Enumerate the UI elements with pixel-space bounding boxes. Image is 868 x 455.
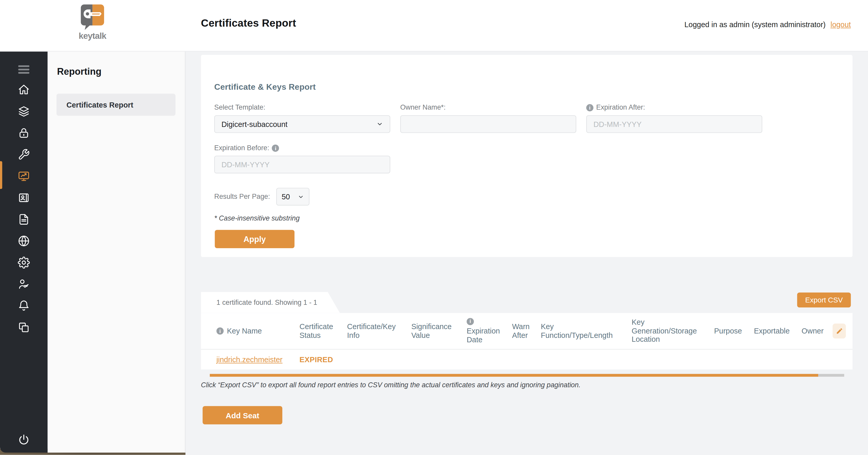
- sidebar-item-duplicate[interactable]: [18, 321, 30, 333]
- panel-item-label: Certificates Report: [66, 101, 133, 109]
- filter-form: Select Template: Digicert-subaccount Own…: [214, 104, 839, 205]
- apply-button[interactable]: Apply: [215, 230, 294, 248]
- user-key-icon: [18, 278, 30, 290]
- panel-heading: Reporting: [57, 66, 185, 78]
- chevron-down-icon: [376, 121, 383, 127]
- add-seat-button[interactable]: Add Seat: [203, 406, 282, 425]
- home-icon: [18, 84, 30, 96]
- owner-name-label: Owner Name*:: [400, 104, 576, 111]
- export-csv-footnote: Click “Export CSV” to export all found r…: [201, 381, 852, 389]
- case-insensitive-note: * Case-insensitive substring: [214, 214, 839, 222]
- sidebar-item-layers[interactable]: [18, 105, 30, 117]
- owner-name-input[interactable]: [400, 115, 576, 133]
- results-summary: 1 certificate found. Showing 1 - 1: [216, 298, 317, 306]
- sidebar-item-settings[interactable]: [18, 256, 30, 268]
- logged-in-text: Logged in as admin (system administrator…: [684, 21, 826, 29]
- account-status: Logged in as admin (system administrator…: [684, 21, 851, 29]
- top-header: keytalk Certificates Report Logged in as…: [0, 0, 868, 52]
- column-header-key-generation: Key Generation/Storage Location: [632, 318, 714, 344]
- report-filter-card: Certificate & Keys Report Select Templat…: [201, 55, 852, 257]
- reporting-panel: Reporting Certificates Report: [48, 52, 185, 452]
- active-item-indicator: [0, 161, 2, 189]
- document-icon: [18, 213, 30, 225]
- template-select[interactable]: Digicert-subaccount: [214, 115, 390, 133]
- brand-text: keytalk: [70, 31, 115, 41]
- logout-link[interactable]: logout: [831, 21, 851, 29]
- globe-icon: [18, 235, 30, 247]
- owner-name-field: Owner Name*:: [400, 104, 576, 133]
- sidebar-item-contacts[interactable]: [18, 191, 30, 203]
- reports-monitor-icon: [18, 170, 30, 182]
- expiration-before-field: Expiration Before:: [214, 144, 390, 173]
- expiration-after-input[interactable]: [586, 115, 762, 133]
- sidebar-item-network[interactable]: [18, 235, 30, 247]
- results-tabrow: 1 certificate found. Showing 1 - 1 Expor…: [201, 292, 852, 313]
- layers-icon: [18, 105, 30, 117]
- keytalk-logo-icon: [79, 4, 106, 30]
- keytalk-logo[interactable]: keytalk: [70, 4, 115, 41]
- card-heading: Certificate & Keys Report: [214, 82, 839, 91]
- results-table: Key Name Certificate Status Certificate/…: [201, 313, 852, 370]
- page-title: Certificates Report: [201, 17, 296, 29]
- wrench-icon: [18, 148, 30, 160]
- notifications-bell-icon: [18, 300, 30, 312]
- column-header-purpose: Purpose: [714, 326, 754, 335]
- sidebar-item-user-keys[interactable]: [18, 278, 30, 290]
- sidebar-item-notifications[interactable]: [18, 300, 30, 312]
- scrollbar-thumb[interactable]: [210, 374, 818, 377]
- table-row: jindrich.zechmeister EXPIRED: [201, 349, 852, 369]
- results-per-page-label: Results Per Page:: [214, 193, 270, 201]
- sidebar-item-documents[interactable]: [18, 213, 30, 225]
- export-csv-button[interactable]: Export CSV: [797, 292, 851, 307]
- sidebar-item-tools[interactable]: [18, 148, 30, 160]
- column-header-key-name: Key Name: [216, 326, 300, 335]
- results-summary-tab: 1 certificate found. Showing 1 - 1: [201, 292, 340, 313]
- column-header-exportable: Exportable: [754, 326, 802, 335]
- results-per-page-select[interactable]: 50: [276, 188, 309, 205]
- template-select-value: Digicert-subaccount: [221, 120, 287, 128]
- column-header-owner: Owner: [802, 326, 833, 335]
- column-header-certificate-status: Certificate Status: [300, 322, 347, 340]
- expiration-after-label: Expiration After:: [586, 104, 762, 111]
- main-content: Certificate & Keys Report Select Templat…: [185, 52, 868, 455]
- results-section: 1 certificate found. Showing 1 - 1 Expor…: [201, 292, 852, 424]
- expiration-after-field: Expiration After:: [586, 104, 762, 133]
- app-root: keytalk Certificates Report Logged in as…: [0, 0, 868, 455]
- expiration-before-label: Expiration Before:: [214, 144, 390, 152]
- menu-icon[interactable]: [18, 65, 29, 74]
- edit-columns-button[interactable]: [833, 323, 846, 338]
- power-icon: [18, 434, 30, 446]
- panel-item-certificates-report[interactable]: Certificates Report: [57, 93, 176, 116]
- sidebar-item-reporting[interactable]: [18, 170, 30, 182]
- info-icon[interactable]: [586, 104, 593, 111]
- sidebar-item-logout-power[interactable]: [18, 434, 30, 446]
- key-name-cell: jindrich.zechmeister: [216, 356, 300, 364]
- select-template-label: Select Template:: [214, 104, 390, 111]
- copy-icon: [18, 321, 30, 333]
- column-header-significance-value: Significance Value: [411, 322, 467, 340]
- info-icon[interactable]: [272, 144, 279, 151]
- table-header-row: Key Name Certificate Status Certificate/…: [201, 313, 852, 349]
- column-header-warn-after: Warn After: [512, 322, 541, 340]
- column-header-certificate-key-info: Certificate/Key Info: [347, 322, 411, 340]
- info-icon[interactable]: [216, 327, 224, 335]
- key-name-link[interactable]: jindrich.zechmeister: [216, 356, 283, 364]
- info-icon[interactable]: [467, 318, 474, 325]
- certificate-status-cell: EXPIRED: [300, 356, 347, 364]
- results-per-page-field: Results Per Page: 50: [214, 188, 762, 205]
- settings-gear-icon: [18, 256, 30, 268]
- sidebar-item-security[interactable]: [18, 127, 30, 139]
- sidebar-item-home[interactable]: [18, 84, 30, 96]
- horizontal-scrollbar[interactable]: [210, 374, 844, 377]
- column-header-key-function: Key Function/Type/Length: [541, 322, 632, 340]
- sidebar: [0, 52, 48, 452]
- chevron-down-icon: [298, 194, 304, 200]
- results-per-page-value: 50: [282, 193, 290, 201]
- column-header-expiration-date: Expiration Date: [467, 318, 512, 344]
- select-template-field: Select Template: Digicert-subaccount: [214, 104, 390, 133]
- expiration-before-input[interactable]: [214, 155, 390, 173]
- sidebar-nav: [18, 84, 30, 333]
- contacts-card-icon: [18, 191, 30, 203]
- lock-icon: [18, 127, 30, 139]
- pencil-icon: [836, 327, 843, 335]
